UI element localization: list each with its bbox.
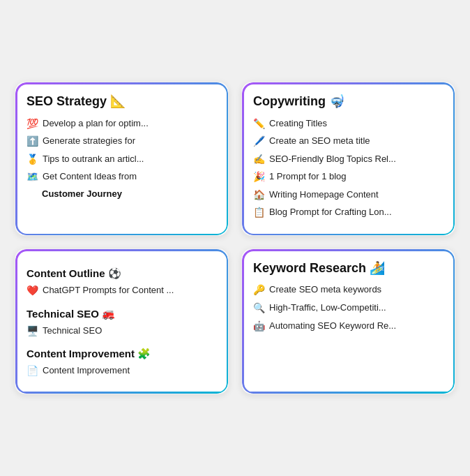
emoji-icon: 🤖 xyxy=(253,320,265,334)
emoji-icon: 🏠 xyxy=(253,188,265,202)
item-label: High-Traffic, Low-Competiti... xyxy=(269,302,386,314)
list-item[interactable]: 🖊️ Create an SEO meta title xyxy=(253,135,444,149)
item-label: SEO-Friendly Blog Topics Rel... xyxy=(269,153,396,165)
list-item[interactable]: 🥇 Tips to outrank an articl... xyxy=(26,153,217,167)
item-label: Create an SEO meta title xyxy=(269,135,370,147)
item-label: Create SEO meta keywords xyxy=(269,283,381,296)
list-item[interactable]: 📋 Blog Prompt for Crafting Lon... xyxy=(253,206,444,220)
list-item[interactable]: 🔍 High-Traffic, Low-Competiti... xyxy=(253,302,444,315)
emoji-icon: 📄 xyxy=(26,364,38,378)
item-label: Develop a plan for optim... xyxy=(43,117,149,130)
card-copywriting[interactable]: Copywriting 🤿 ✏️ Creating Titles 🖊️ Crea… xyxy=(241,81,456,237)
card-keyword-research-title: Keyword Research 🏄 xyxy=(253,260,444,276)
section-content-outline-title: Content Outline ⚽ xyxy=(26,267,217,280)
list-item[interactable]: ✏️ Creating Titles xyxy=(253,117,444,131)
emoji-icon: ⬆️ xyxy=(26,135,38,149)
item-label: Automating SEO Keyword Re... xyxy=(269,320,396,332)
item-label: ChatGPT Prompts for Content ... xyxy=(43,284,174,297)
emoji-icon: 🔑 xyxy=(253,283,265,297)
emoji-icon: ✏️ xyxy=(253,117,265,131)
list-item[interactable]: 🎉 1 Prompt for 1 blog xyxy=(253,170,444,184)
item-label: Technical SEO xyxy=(43,325,102,337)
list-item[interactable]: 🤖 Automating SEO Keyword Re... xyxy=(253,320,444,334)
item-label: Generate strategies for xyxy=(43,135,135,147)
emoji-icon: 📋 xyxy=(253,206,265,220)
card-left-bottom[interactable]: Content Outline ⚽ ❤️ ChatGPT Prompts for… xyxy=(14,248,229,395)
emoji-icon: 🎉 xyxy=(253,170,265,184)
list-item[interactable]: ❤️ ChatGPT Prompts for Content ... xyxy=(26,284,217,298)
list-item[interactable]: 📄 Content Improvement xyxy=(26,364,217,378)
card-seo-strategy-title: SEO Strategy 📐 xyxy=(26,94,217,110)
section-technical-seo-title: Technical SEO 🚒 xyxy=(26,308,217,320)
item-label: Writing Homepage Content xyxy=(269,188,379,201)
emoji-icon: 🔍 xyxy=(253,302,265,315)
emoji-icon: 🖥️ xyxy=(26,325,38,339)
main-grid: SEO Strategy 📐 💯 Develop a plan for opti… xyxy=(14,81,456,395)
section-content-improvement-title: Content Improvement 🧩 xyxy=(26,348,217,360)
item-label: Creating Titles xyxy=(269,117,327,130)
card-copywriting-title: Copywriting 🤿 xyxy=(253,94,444,110)
list-item[interactable]: 💯 Develop a plan for optim... xyxy=(26,117,217,131)
item-label: Blog Prompt for Crafting Lon... xyxy=(269,206,392,218)
item-label: Content Improvement xyxy=(43,364,130,377)
emoji-icon: ✍️ xyxy=(253,153,265,167)
list-item[interactable]: 🏠 Writing Homepage Content xyxy=(253,188,444,202)
list-item[interactable]: 🔑 Create SEO meta keywords xyxy=(253,283,444,297)
list-item[interactable]: 🖥️ Technical SEO xyxy=(26,325,217,339)
card-keyword-research[interactable]: Keyword Research 🏄 🔑 Create SEO meta key… xyxy=(241,248,456,395)
customer-journey-label: Customer Journey xyxy=(42,188,217,199)
emoji-icon: 🥇 xyxy=(26,153,38,167)
list-item[interactable]: ⬆️ Generate strategies for xyxy=(26,135,217,149)
item-label: Get Content Ideas from xyxy=(43,170,137,183)
emoji-icon: 🖊️ xyxy=(253,135,265,149)
emoji-icon: 💯 xyxy=(26,117,38,131)
item-label: 1 Prompt for 1 blog xyxy=(269,170,347,183)
emoji-icon: ❤️ xyxy=(26,284,38,298)
list-item[interactable]: 🗺️ Get Content Ideas from xyxy=(26,170,217,184)
item-label: Tips to outrank an articl... xyxy=(43,153,144,165)
emoji-icon: 🗺️ xyxy=(26,170,38,184)
card-seo-strategy[interactable]: SEO Strategy 📐 💯 Develop a plan for opti… xyxy=(14,81,229,237)
list-item[interactable]: ✍️ SEO-Friendly Blog Topics Rel... xyxy=(253,153,444,167)
